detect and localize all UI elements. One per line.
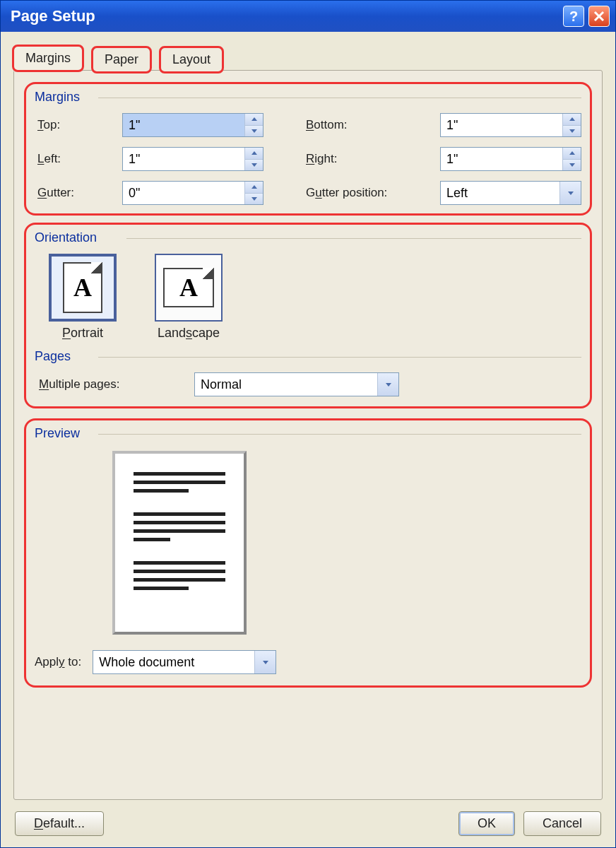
applyto-combo[interactable]: Whole document xyxy=(93,650,276,674)
cancel-button[interactable]: Cancel xyxy=(523,811,601,836)
tabstrip: Margins Paper Layout xyxy=(13,46,603,71)
bottom-value[interactable]: 1" xyxy=(441,114,562,136)
gutterpos-combo[interactable]: Left xyxy=(440,181,581,205)
titlebar: Page Setup ? xyxy=(1,1,615,32)
left-spinner[interactable]: 1" xyxy=(122,147,263,171)
gutter-value[interactable]: 0" xyxy=(123,182,244,204)
tab-margins[interactable]: Margins xyxy=(13,46,83,71)
multiple-pages-label: Multiple pages: xyxy=(39,377,180,391)
spinner-down-icon[interactable] xyxy=(245,125,263,137)
spinner-up-icon[interactable] xyxy=(563,148,581,159)
orientation-group-title: Orientation xyxy=(35,230,581,245)
spinner-up-icon[interactable] xyxy=(563,114,581,125)
portrait-page-icon: A xyxy=(63,262,102,313)
preview-group: Preview Apply to: Whole document xyxy=(24,418,592,688)
orientation-pages-group: Orientation A Portrait A xyxy=(24,223,592,408)
top-value[interactable]: 1" xyxy=(123,114,244,136)
multiple-pages-value: Normal xyxy=(195,373,377,396)
right-spinner[interactable]: 1" xyxy=(440,147,581,171)
orientation-landscape[interactable]: A Landscape xyxy=(146,254,231,341)
spinner-up-icon[interactable] xyxy=(245,182,263,193)
landscape-page-icon: A xyxy=(163,268,214,307)
bottom-spinner[interactable]: 1" xyxy=(440,113,581,137)
pages-group-title: Pages xyxy=(35,349,581,364)
preview-group-title: Preview xyxy=(35,426,581,441)
gutter-spinner[interactable]: 0" xyxy=(122,181,263,205)
default-button[interactable]: Default... xyxy=(15,811,104,836)
orientation-portrait[interactable]: A Portrait xyxy=(40,254,125,341)
page-setup-dialog: Page Setup ? Margins Paper Layout xyxy=(0,0,616,848)
right-value[interactable]: 1" xyxy=(441,148,562,170)
close-icon xyxy=(593,11,605,22)
applyto-value: Whole document xyxy=(93,651,254,673)
window-title: Page Setup xyxy=(11,7,95,25)
margins-group: Margins Top: 1" Bottom: 1" xyxy=(24,82,592,216)
spinner-down-icon[interactable] xyxy=(563,159,581,171)
gutterpos-label: Gutter position: xyxy=(306,186,440,200)
spinner-down-icon[interactable] xyxy=(245,159,263,171)
help-icon: ? xyxy=(569,8,578,25)
help-button[interactable]: ? xyxy=(563,6,584,27)
chevron-down-icon[interactable] xyxy=(254,651,276,673)
preview-page-icon xyxy=(112,451,247,635)
multiple-pages-combo[interactable]: Normal xyxy=(194,372,399,396)
tab-paper[interactable]: Paper xyxy=(93,47,150,71)
left-value[interactable]: 1" xyxy=(123,148,244,170)
top-label: Top: xyxy=(37,118,122,132)
gutterpos-value: Left xyxy=(441,182,559,204)
tab-layout[interactable]: Layout xyxy=(160,47,223,71)
close-button[interactable] xyxy=(588,6,610,27)
right-label: Right: xyxy=(306,152,440,166)
spinner-up-icon[interactable] xyxy=(245,114,263,125)
spinner-down-icon[interactable] xyxy=(563,125,581,137)
margins-group-title: Margins xyxy=(35,90,581,105)
gutter-label: Gutter: xyxy=(37,186,122,200)
button-bar: Default... OK Cancel xyxy=(13,800,603,837)
chevron-down-icon[interactable] xyxy=(377,373,398,396)
left-label: Left: xyxy=(37,152,122,166)
ok-button[interactable]: OK xyxy=(458,811,515,836)
bottom-label: Bottom: xyxy=(306,118,440,132)
spinner-down-icon[interactable] xyxy=(245,193,263,205)
chevron-down-icon[interactable] xyxy=(559,182,581,204)
applyto-label: Apply to: xyxy=(35,655,81,669)
spinner-up-icon[interactable] xyxy=(245,148,263,159)
top-spinner[interactable]: 1" xyxy=(122,113,263,137)
